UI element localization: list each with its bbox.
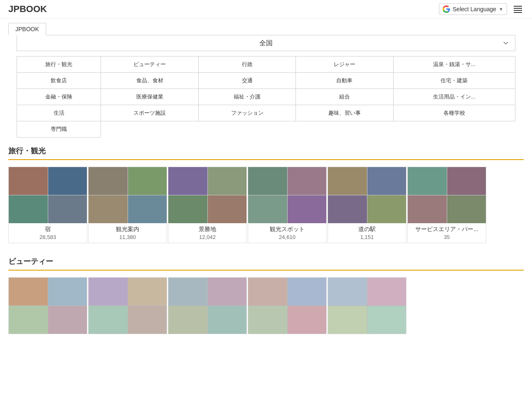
region-selector-wrap: 全国 北海道 東北 関東 中部 近畿 中国 四国 九州・沖縄	[8, 35, 524, 51]
card-label: 道の駅	[328, 223, 406, 234]
card-img-br	[367, 195, 406, 223]
card-count: 35	[408, 234, 486, 243]
card-michi[interactable]: 道の駅 1,151	[328, 167, 406, 243]
category-table: 旅行・観光ビューティー行政レジャー温泉・銭湯・サ...飲食店食品、食材交通自動車…	[17, 56, 515, 138]
card-img-tl	[328, 167, 367, 195]
category-cell[interactable]: 生活用品・イン...	[393, 89, 515, 105]
card-label: 観光スポット	[248, 223, 326, 234]
list-view-icon[interactable]	[512, 4, 524, 15]
section-title-beauty: ビューティー	[8, 256, 524, 266]
category-cell[interactable]: 食品、食材	[101, 73, 198, 89]
card-img-tl	[168, 167, 207, 195]
category-cell[interactable]: 各種学校	[393, 105, 515, 121]
region-select-container: 全国 北海道 東北 関東 中部 近畿 中国 四国 九州・沖縄	[17, 35, 515, 51]
language-label: Select Language	[453, 6, 496, 12]
section-travel: 旅行・観光 宿 28,583 観光案内 11,380	[8, 146, 524, 244]
card-img-bl	[168, 195, 207, 223]
card-label: 観光案内	[89, 223, 167, 234]
card-img-br	[288, 195, 327, 223]
section-title-travel: 旅行・観光	[8, 146, 524, 156]
card-label: サービスエリア・パー...	[408, 223, 486, 234]
section-divider-beauty	[8, 270, 524, 271]
section-beauty: ビューティー	[8, 256, 524, 335]
card-img-bl	[9, 195, 48, 223]
card-img-tr	[208, 167, 247, 195]
card-img-tr	[288, 167, 327, 195]
card-beauty-1[interactable]	[8, 277, 87, 334]
card-beauty-5[interactable]	[328, 277, 406, 334]
category-cell[interactable]: 飲食店	[17, 73, 101, 89]
category-cell[interactable]: 趣味、習い事	[296, 105, 393, 121]
card-count: 24,610	[248, 234, 326, 243]
category-cell[interactable]: 交通	[198, 73, 296, 89]
category-cell[interactable]: 金融・保険	[17, 89, 101, 105]
category-cell[interactable]: ファッション	[198, 105, 296, 121]
header-right: Select Language ▼	[439, 3, 524, 15]
category-cell[interactable]	[101, 121, 198, 138]
card-yado[interactable]: 宿 28,583	[8, 167, 87, 243]
language-selector[interactable]: Select Language ▼	[439, 3, 507, 15]
card-count: 28,583	[9, 234, 87, 243]
category-cell[interactable]	[296, 121, 393, 138]
category-cell[interactable]: 専門職	[17, 121, 101, 138]
card-img-bl	[408, 195, 447, 223]
card-img-br	[48, 195, 87, 223]
card-img-tl	[89, 167, 128, 195]
card-img-tl	[408, 167, 447, 195]
card-img-tr	[48, 167, 87, 195]
category-cell[interactable]	[198, 121, 296, 138]
category-cell[interactable]: 温泉・銭湯・サ...	[393, 57, 515, 73]
card-img-bl	[248, 195, 287, 223]
language-arrow-icon: ▼	[499, 7, 503, 12]
category-cell[interactable]: 住宅・建築	[393, 73, 515, 89]
card-beauty-4[interactable]	[248, 277, 327, 334]
card-keishochi[interactable]: 景勝地 12,042	[168, 167, 247, 243]
category-cell[interactable]: 自動車	[296, 73, 393, 89]
category-cell[interactable]: 旅行・観光	[17, 57, 101, 73]
category-cell[interactable]: 組合	[296, 89, 393, 105]
card-img-br	[447, 195, 486, 223]
card-count: 1,151	[328, 234, 406, 243]
category-cell[interactable]: スポーツ施設	[101, 105, 198, 121]
category-cell[interactable]: 福祉・介護	[198, 89, 296, 105]
google-icon	[443, 5, 450, 13]
category-cell[interactable]: ビューティー	[101, 57, 198, 73]
category-cell[interactable]: 行政	[198, 57, 296, 73]
card-img-bl	[89, 195, 128, 223]
card-img-tl	[248, 167, 287, 195]
card-img-tr	[367, 167, 406, 195]
card-img-br	[128, 195, 167, 223]
card-img-tr	[447, 167, 486, 195]
category-cell[interactable]	[393, 121, 515, 138]
category-cell[interactable]: レジャー	[296, 57, 393, 73]
card-label: 宿	[9, 223, 87, 234]
card-grid-travel: 宿 28,583 観光案内 11,380 景勝地 12,042	[8, 167, 524, 244]
header: JPBOOK Select Language ▼	[0, 0, 532, 19]
card-beauty-3[interactable]	[168, 277, 247, 334]
card-grid-beauty	[8, 277, 524, 335]
card-img-br	[208, 195, 247, 223]
card-beauty-2[interactable]	[88, 277, 167, 334]
tab-jpbook[interactable]: JPBOOK	[8, 23, 46, 35]
category-section: 旅行・観光ビューティー行政レジャー温泉・銭湯・サ...飲食店食品、食材交通自動車…	[8, 56, 524, 138]
card-img-tl	[9, 167, 48, 195]
card-label: 景勝地	[168, 223, 246, 234]
card-count: 12,042	[168, 234, 246, 243]
category-cell[interactable]: 生活	[17, 105, 101, 121]
region-select[interactable]: 全国 北海道 東北 関東 中部 近畿 中国 四国 九州・沖縄	[17, 35, 515, 51]
card-img-tr	[128, 167, 167, 195]
section-divider-travel	[8, 159, 524, 160]
card-sa[interactable]: サービスエリア・パー... 35	[407, 167, 486, 243]
card-kanko[interactable]: 観光案内 11,380	[88, 167, 167, 243]
card-img-bl	[328, 195, 367, 223]
nav-tabs: JPBOOK	[0, 19, 532, 35]
card-spot[interactable]: 観光スポット 24,610	[248, 167, 327, 243]
category-cell[interactable]: 医療保健業	[101, 89, 198, 105]
card-count: 11,380	[89, 234, 167, 243]
logo[interactable]: JPBOOK	[8, 4, 47, 15]
